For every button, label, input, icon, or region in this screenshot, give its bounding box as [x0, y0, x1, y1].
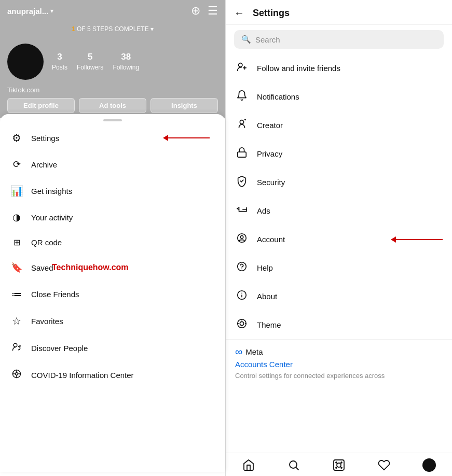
menu-item-discover[interactable]: Discover People — [0, 334, 225, 361]
svg-point-16 — [238, 262, 246, 271]
svg-rect-30 — [334, 460, 344, 470]
svg-point-27 — [245, 324, 246, 324]
stat-following: 38 Following — [113, 52, 139, 72]
menu-item-favorites[interactable]: ☆ Favorites — [0, 307, 225, 334]
sheet-handle — [103, 119, 122, 121]
following-count: 38 — [113, 52, 139, 62]
privacy-label: Privacy — [257, 149, 282, 158]
nav-likes[interactable] — [362, 458, 407, 472]
favorites-icon: ☆ — [10, 315, 23, 327]
meta-logo: ∞ Meta — [235, 346, 443, 358]
notifications-icon — [235, 90, 249, 104]
activity-label: Your activity — [31, 213, 73, 222]
covid-icon — [10, 369, 23, 382]
settings-item-notifications[interactable]: Notifications — [226, 82, 452, 111]
menu-item-activity[interactable]: ◑ Your activity — [0, 204, 225, 230]
svg-point-33 — [341, 462, 342, 463]
menu-item-saved[interactable]: 🔖 Saved Techniquehow.com — [0, 255, 225, 281]
menu-item-settings[interactable]: ⚙ Settings — [0, 124, 225, 151]
covid-label: COVID-19 Information Center — [31, 371, 134, 380]
account-icon — [235, 232, 249, 246]
svg-point-25 — [242, 327, 242, 328]
meta-description: Control settings for connected experienc… — [235, 372, 385, 380]
profile-link[interactable]: Tiktok.com — [7, 86, 218, 98]
search-placeholder: Search — [255, 35, 280, 44]
svg-point-10 — [240, 120, 243, 124]
bottom-nav — [226, 453, 452, 476]
discover-label: Discover People — [31, 344, 88, 353]
nav-profile[interactable] — [407, 458, 452, 472]
security-icon — [235, 175, 249, 189]
menu-item-insights[interactable]: 📊 Get insights — [0, 177, 225, 204]
stat-followers: 5 Followers — [77, 52, 103, 72]
svg-point-34 — [336, 467, 337, 468]
svg-point-0 — [13, 343, 17, 347]
right-panel: ← Settings 🔍 Search Follow and invite fr… — [226, 0, 452, 476]
menu-item-covid[interactable]: COVID-19 Information Center — [0, 361, 225, 389]
steps-total: 5 — [87, 25, 91, 33]
svg-point-24 — [242, 319, 242, 320]
insights-button[interactable]: Insights — [150, 98, 218, 113]
left-panel: anuprajal... ▾ ⊕ ☰ 1 OF 5 STEPS COMPLETE… — [0, 0, 226, 476]
back-button[interactable]: ← — [234, 7, 244, 19]
activity-icon: ◑ — [10, 212, 23, 223]
svg-marker-11 — [244, 119, 246, 121]
nav-reels[interactable] — [316, 458, 361, 472]
discover-icon — [10, 342, 23, 354]
settings-item-theme[interactable]: Theme — [226, 311, 452, 339]
settings-icon: ⚙ — [10, 132, 23, 144]
bottom-sheet: ⚙ Settings ⟳ Archive 📊 Get insights ◑ Yo… — [0, 114, 225, 472]
favorites-label: Favorites — [31, 317, 63, 326]
settings-item-privacy[interactable]: Privacy — [226, 139, 452, 168]
settings-item-help[interactable]: Help — [226, 254, 452, 282]
stat-posts: 3 Posts — [52, 52, 67, 72]
svg-point-32 — [336, 462, 337, 463]
settings-item-creator[interactable]: Creator — [226, 111, 452, 139]
notifications-label: Notifications — [257, 92, 299, 101]
svg-point-15 — [240, 235, 243, 239]
accounts-center-link[interactable]: Accounts Center — [235, 360, 443, 369]
menu-item-qrcode[interactable]: ⊞ QR code — [0, 230, 225, 255]
menu-item-archive[interactable]: ⟳ Archive — [0, 151, 225, 177]
account-label: Account — [257, 235, 285, 244]
arrow-line — [168, 137, 210, 138]
settings-item-about[interactable]: About — [226, 282, 452, 311]
username-row: anuprajal... ▾ — [7, 7, 53, 16]
steps-suffix: STEPS COMPLETE ▾ — [92, 25, 154, 33]
security-label: Security — [257, 178, 285, 187]
followers-count: 5 — [77, 52, 103, 62]
follow-icon — [235, 61, 249, 75]
follow-label: Follow and invite friends — [257, 64, 340, 73]
saved-label: Saved — [31, 263, 53, 272]
qr-label: QR code — [31, 238, 62, 247]
ads-icon — [235, 204, 249, 218]
nav-home[interactable] — [226, 458, 271, 472]
svg-line-29 — [296, 468, 298, 470]
ad-tools-button[interactable]: Ad tools — [79, 98, 146, 113]
top-icons: ⊕ ☰ — [191, 5, 218, 17]
search-bar[interactable]: 🔍 Search — [234, 30, 444, 49]
svg-point-35 — [341, 467, 342, 468]
settings-item-follow[interactable]: Follow and invite friends — [226, 54, 452, 82]
chevron-down-icon[interactable]: ▾ — [50, 7, 53, 15]
edit-profile-button[interactable]: Edit profile — [7, 98, 75, 113]
saved-icon: 🔖 — [10, 262, 23, 273]
menu-item-close-friends[interactable]: ≔ Close Friends — [0, 281, 225, 307]
close-friends-label: Close Friends — [31, 290, 79, 299]
nav-search[interactable] — [271, 458, 316, 472]
qr-icon: ⊞ — [10, 237, 23, 247]
archive-icon: ⟳ — [10, 159, 23, 170]
help-label: Help — [257, 263, 273, 272]
settings-item-ads[interactable]: Ads — [226, 197, 452, 225]
settings-item-security[interactable]: Security — [226, 168, 452, 197]
svg-point-7 — [239, 63, 242, 67]
settings-item-account[interactable]: Account — [226, 225, 452, 254]
menu-icon[interactable]: ☰ — [208, 5, 218, 17]
about-icon — [235, 289, 249, 303]
avatar[interactable] — [7, 44, 44, 80]
steps-current: 1 — [72, 25, 75, 33]
steps-bar[interactable]: 1 OF 5 STEPS COMPLETE ▾ — [7, 21, 218, 38]
search-icon: 🔍 — [241, 35, 251, 44]
stats-row: 3 Posts 5 Followers 38 Following — [52, 52, 139, 72]
new-post-icon[interactable]: ⊕ — [191, 5, 200, 17]
